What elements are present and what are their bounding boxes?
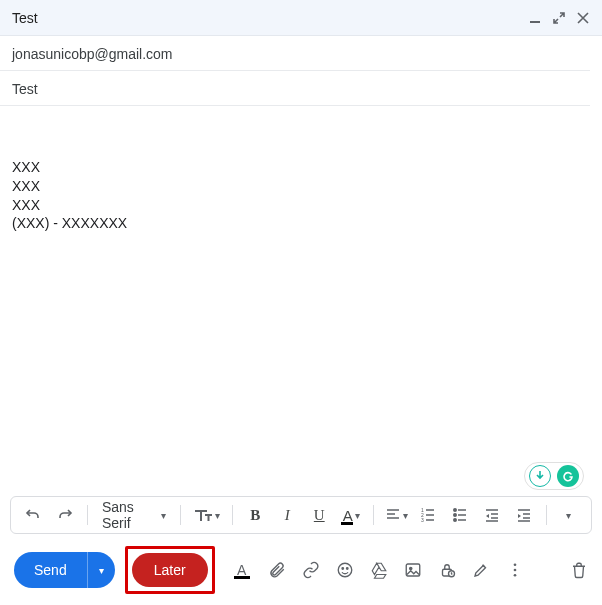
compose-icon-row: A	[231, 559, 525, 581]
send-label: Send	[34, 562, 67, 578]
indent-more-button[interactable]	[510, 501, 538, 529]
chevron-down-icon: ▾	[99, 565, 104, 576]
recipient-value: jonasunicobp@gmail.com	[12, 46, 173, 62]
svg-point-11	[409, 567, 411, 569]
later-label: Later	[154, 562, 186, 578]
svg-rect-10	[406, 564, 420, 576]
close-icon[interactable]	[576, 11, 590, 25]
separator	[546, 505, 547, 525]
window-titlebar: Test	[0, 0, 602, 36]
redo-button[interactable]	[51, 501, 79, 529]
separator	[232, 505, 233, 525]
send-options-button[interactable]: ▾	[87, 552, 115, 588]
compose-actions: Send ▾ Later A	[0, 542, 602, 598]
font-picker[interactable]: Sans Serif ▾	[96, 499, 173, 531]
insert-drive-icon[interactable]	[369, 560, 389, 580]
svg-point-14	[513, 563, 516, 566]
font-size-picker[interactable]: ▾	[189, 507, 224, 523]
svg-rect-0	[530, 21, 540, 23]
italic-button[interactable]: I	[273, 501, 301, 529]
separator	[87, 505, 88, 525]
separator	[180, 505, 181, 525]
svg-text:3: 3	[421, 517, 424, 523]
undo-button[interactable]	[19, 501, 47, 529]
svg-point-7	[338, 563, 352, 577]
chevron-down-icon: ▾	[403, 510, 408, 521]
svg-point-6	[454, 519, 456, 521]
extension-badge-1[interactable]	[529, 465, 551, 487]
insert-emoji-icon[interactable]	[335, 560, 355, 580]
attach-file-icon[interactable]	[267, 560, 287, 580]
svg-point-16	[513, 574, 516, 577]
underline-button[interactable]: U	[305, 501, 333, 529]
indent-less-button[interactable]	[478, 501, 506, 529]
later-button[interactable]: Later	[132, 553, 208, 587]
subject-field[interactable]: Test	[0, 71, 590, 106]
svg-point-9	[346, 568, 348, 570]
svg-point-8	[342, 568, 344, 570]
window-controls	[528, 11, 590, 25]
grammarly-icon[interactable]	[557, 465, 579, 487]
align-button[interactable]: ▾	[382, 501, 410, 529]
expand-icon[interactable]	[552, 11, 566, 25]
message-body-text: XXX XXX XXX (XXX) - XXXXXXX	[12, 159, 127, 232]
send-button[interactable]: Send	[14, 552, 87, 588]
insert-image-icon[interactable]	[403, 560, 423, 580]
numbered-list-button[interactable]: 123	[414, 501, 442, 529]
chevron-down-icon: ▾	[161, 510, 166, 521]
minimize-icon[interactable]	[528, 11, 542, 25]
subject-value: Test	[12, 81, 38, 97]
message-body[interactable]: XXX XXX XXX (XXX) - XXXXXXX	[0, 106, 602, 496]
bulleted-list-button[interactable]	[446, 501, 474, 529]
confidential-mode-icon[interactable]	[437, 560, 457, 580]
send-button-group: Send ▾	[14, 552, 115, 588]
formatting-toggle-button[interactable]: A	[231, 559, 253, 581]
svg-point-5	[454, 514, 456, 516]
insert-signature-icon[interactable]	[471, 560, 491, 580]
later-highlight-box: Later	[125, 546, 215, 594]
svg-point-4	[454, 509, 456, 511]
more-formatting-button[interactable]: ▾	[555, 501, 583, 529]
discard-draft-icon[interactable]	[570, 561, 588, 579]
separator	[373, 505, 374, 525]
svg-point-15	[513, 569, 516, 572]
bold-button[interactable]: B	[241, 501, 269, 529]
recipient-field[interactable]: jonasunicobp@gmail.com	[0, 36, 590, 71]
chevron-down-icon: ▾	[566, 510, 571, 521]
more-options-icon[interactable]	[505, 560, 525, 580]
window-title: Test	[12, 10, 528, 26]
extension-badges	[524, 462, 584, 490]
chevron-down-icon: ▾	[215, 510, 220, 521]
chevron-down-icon: ▾	[355, 510, 360, 521]
font-name: Sans Serif	[102, 499, 158, 531]
formatting-toolbar: Sans Serif ▾ ▾ B I U A ▾ ▾ 123 ▾	[10, 496, 592, 534]
insert-link-icon[interactable]	[301, 560, 321, 580]
text-color-button[interactable]: A ▾	[337, 501, 365, 529]
